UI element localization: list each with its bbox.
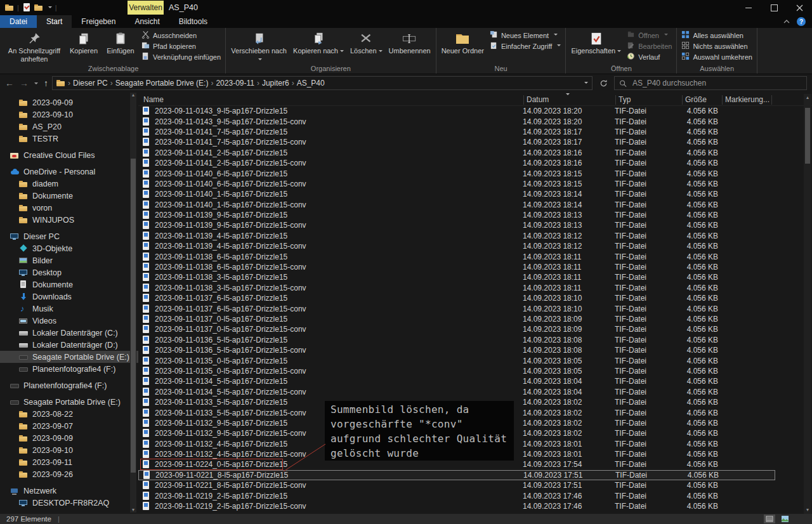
sidebar-item-musik[interactable]: Musik <box>0 303 138 315</box>
file-row[interactable]: 2023-09-11-0140_6-l5-ap167-Drizzle1514.0… <box>138 168 775 178</box>
sidebar-item-bilder[interactable]: Bilder <box>0 254 138 266</box>
list-scrollbar[interactable]: ▴ ▾ <box>804 94 811 514</box>
thumbnails-view-button[interactable] <box>779 514 790 523</box>
sidebar-item-creative-cloud-files[interactable]: Creative Cloud Files <box>0 149 138 161</box>
sidebar-item-2023-09-09[interactable]: 2023-09-09 <box>0 432 138 444</box>
file-row[interactable]: 2023-09-11-0140_1-l5-ap167-Drizzle15-con… <box>138 200 775 210</box>
minimize-button[interactable] <box>736 0 761 15</box>
an-schnellzugriff-anheften-button[interactable]: An Schnellzugriff anheften <box>4 29 65 63</box>
sidebar-item-2023-09-10[interactable]: 2023-09-10 <box>0 108 138 121</box>
file-row[interactable]: 2023-09-11-0139_4-l5-ap167-Drizzle15-con… <box>138 241 775 251</box>
file-row[interactable]: 2023-09-11-0140_1-l5-ap167-Drizzle1514.0… <box>138 189 775 199</box>
verlauf-button[interactable]: Verlauf <box>625 52 674 62</box>
file-row[interactable]: 2023-09-11-0136_5-l5-ap167-Drizzle15-con… <box>138 345 775 355</box>
address-bar[interactable]: ›Dieser PC›Seagate Portable Drive (E:)›2… <box>52 76 593 90</box>
file-row[interactable]: 2023-09-11-0137_0-l5-ap167-Drizzle15-con… <box>138 324 775 334</box>
file-row[interactable]: 2023-09-11-0143_9-l5-ap167-Drizzle15-con… <box>138 116 775 126</box>
file-row[interactable]: 2023-09-11-0219_2-l5-ap167-Drizzle1514.0… <box>138 490 775 501</box>
einfacher-zugriff-button[interactable]: Einfacher Zugriff <box>488 41 563 51</box>
file-row[interactable]: 2023-09-11-0221_8-l5-ap167-Drizzle1514.0… <box>138 470 775 480</box>
sidebar-item-as-p20[interactable]: AS_P20 <box>0 121 138 133</box>
file-row[interactable]: 2023-09-11-0139_9-l5-ap167-Drizzle15-con… <box>138 220 775 230</box>
file-row[interactable]: 2023-09-11-0136_5-l5-ap167-Drizzle1514.0… <box>138 335 775 345</box>
einfügen-button[interactable]: Einfügen <box>103 29 138 55</box>
forward-icon[interactable]: → <box>20 79 29 88</box>
file-row[interactable]: 2023-09-11-0143_9-l5-ap167-Drizzle1514.0… <box>138 106 775 116</box>
close-button[interactable] <box>787 0 812 15</box>
sidebar-item-planetenfotografie4-f[interactable]: Planetenfotografie4 (F:) <box>0 379 138 391</box>
scroll-down-icon[interactable]: ▾ <box>131 508 136 513</box>
file-row[interactable]: 2023-09-11-0221_8-l5-ap167-Drizzle15-con… <box>138 480 775 490</box>
sidebar-item-dieser-pc[interactable]: Dieser PC <box>0 230 138 242</box>
alles-auswählen-button[interactable]: Alles auswählen <box>679 30 754 40</box>
sidebar-item-lokaler-datenträger-d[interactable]: Lokaler Datenträger (D:) <box>0 339 138 351</box>
list-scrollbar-thumb[interactable] <box>805 108 810 164</box>
breadcrumb-item-seagate-portable-drive-e[interactable]: Seagate Portable Drive (E:) <box>114 79 211 88</box>
file-row[interactable]: 2023-09-11-0135_0-l5-ap167-Drizzle1514.0… <box>138 355 775 365</box>
file-row[interactable]: 2023-09-11-0137_0-l5-ap167-Drizzle1514.0… <box>138 314 775 324</box>
sidebar-item-2023-09-26[interactable]: 2023-09-26 <box>0 468 138 480</box>
file-row[interactable]: 2023-09-11-0138_3-l5-ap167-Drizzle15-con… <box>138 283 775 293</box>
file-row[interactable]: 2023-09-11-0141_7-l5-ap167-Drizzle1514.0… <box>138 127 775 137</box>
maximize-button[interactable] <box>761 0 787 15</box>
collapse-ribbon-icon[interactable] <box>783 18 790 25</box>
file-row[interactable]: 2023-09-11-0138_3-l5-ap167-Drizzle1514.0… <box>138 272 775 282</box>
up-icon[interactable]: ↑ <box>44 79 48 88</box>
sidebar-item-diadem[interactable]: diadem <box>0 178 138 190</box>
file-row[interactable]: 2023-09-11-0141_7-l5-ap167-Drizzle15-con… <box>138 137 775 147</box>
sidebar-item-desktop-fr8r2aq[interactable]: DESKTOP-FR8R2AQ <box>0 497 138 509</box>
details-view-button[interactable] <box>764 514 775 523</box>
refresh-button[interactable] <box>596 79 610 88</box>
pfad-kopieren-button[interactable]: Pfad kopieren <box>140 41 223 51</box>
sidebar-item-videos[interactable]: Videos <box>0 315 138 327</box>
auswahl-umkehren-button[interactable]: Auswahl umkehren <box>679 52 754 62</box>
file-row[interactable]: 2023-09-11-0137_6-l5-ap167-Drizzle15-con… <box>138 303 775 313</box>
verknüpfung-einfügen-button[interactable]: Verknüpfung einfügen <box>140 52 223 62</box>
file-row[interactable]: 2023-09-11-0141_2-l5-ap167-Drizzle1514.0… <box>138 148 775 158</box>
kopieren-nach-button[interactable]: Kopieren nach <box>291 29 346 55</box>
scroll-up-icon[interactable]: ▴ <box>131 93 136 98</box>
sidebar-item-dokumente[interactable]: Dokumente <box>0 278 138 291</box>
file-row[interactable]: 2023-09-11-0141_2-l5-ap167-Drizzle15-con… <box>138 158 775 168</box>
column-header-größe[interactable]: Größe <box>683 95 723 105</box>
breadcrumb-item-2023-09-11[interactable]: 2023-09-11 <box>214 79 256 88</box>
öffnen-button[interactable]: Öffnen <box>625 30 674 40</box>
breadcrumb-item-jupiter6[interactable]: Jupiter6 <box>260 79 291 88</box>
back-icon[interactable]: ← <box>5 79 14 88</box>
sidebar-item-2023-08-22[interactable]: 2023-08-22 <box>0 408 138 420</box>
column-header-datum[interactable]: Datum <box>524 95 616 105</box>
search-box[interactable] <box>614 76 807 90</box>
qat-new-folder-icon[interactable] <box>34 3 43 12</box>
file-row[interactable]: 2023-09-11-0140_6-l5-ap167-Drizzle15-con… <box>138 179 775 189</box>
qat-customize-chevron-icon[interactable] <box>48 6 52 10</box>
sidebar-item-2023-09-11[interactable]: 2023-09-11 <box>0 456 138 468</box>
sidebar-item-dokumente[interactable]: Dokumente <box>0 190 138 202</box>
sidebar-item-seagate-portable-drive-e[interactable]: Seagate Portable Drive (E:) <box>0 396 138 408</box>
sidebar-item-onedrive-personal[interactable]: OneDrive - Personal <box>0 166 138 178</box>
help-icon[interactable]: ? <box>797 17 806 26</box>
sidebar-item-2023-09-07[interactable]: 2023-09-07 <box>0 420 138 432</box>
sidebar-scrollbar-thumb[interactable] <box>131 159 136 473</box>
tab-freigeben[interactable]: Freigeben <box>72 15 125 28</box>
sidebar-item-winjupos[interactable]: WINJUPOS <box>0 214 138 226</box>
neuer-ordner-button[interactable]: Neuer Ordner <box>439 29 487 55</box>
verschieben-nach-button[interactable]: Verschieben nach <box>228 29 289 63</box>
neues-element-button[interactable]: Neues Element <box>488 30 563 40</box>
sidebar-item-3d-objekte[interactable]: 3D-Objekte <box>0 242 138 254</box>
tab-bildtools[interactable]: Bildtools <box>169 15 217 28</box>
file-row[interactable]: 2023-09-11-0219_2-l5-ap167-Drizzle15-con… <box>138 501 775 511</box>
file-row[interactable]: 2023-09-11-0138_6-l5-ap167-Drizzle1514.0… <box>138 251 775 261</box>
sidebar-item-2023-09-10[interactable]: 2023-09-10 <box>0 444 138 456</box>
scroll-down-icon[interactable]: ▾ <box>805 508 810 513</box>
umbenennen-button[interactable]: Umbenennen <box>386 29 433 55</box>
sidebar-item-netzwerk[interactable]: Netzwerk <box>0 485 138 497</box>
file-row[interactable]: 2023-09-11-0138_6-l5-ap167-Drizzle15-con… <box>138 262 775 272</box>
file-row[interactable]: 2023-09-11-0139_9-l5-ap167-Drizzle1514.0… <box>138 210 775 220</box>
sidebar-item-voron[interactable]: voron <box>0 202 138 214</box>
sidebar-item-lokaler-datenträger-c[interactable]: Lokaler Datenträger (C:) <box>0 327 138 339</box>
kopieren-button[interactable]: Kopieren <box>66 29 102 55</box>
ausschneiden-button[interactable]: Ausschneiden <box>140 30 223 40</box>
file-row[interactable]: 2023-09-11-0137_6-l5-ap167-Drizzle1514.0… <box>138 293 775 303</box>
sidebar-item-downloads[interactable]: Downloads <box>0 291 138 303</box>
column-header-typ[interactable]: Typ <box>616 95 683 105</box>
